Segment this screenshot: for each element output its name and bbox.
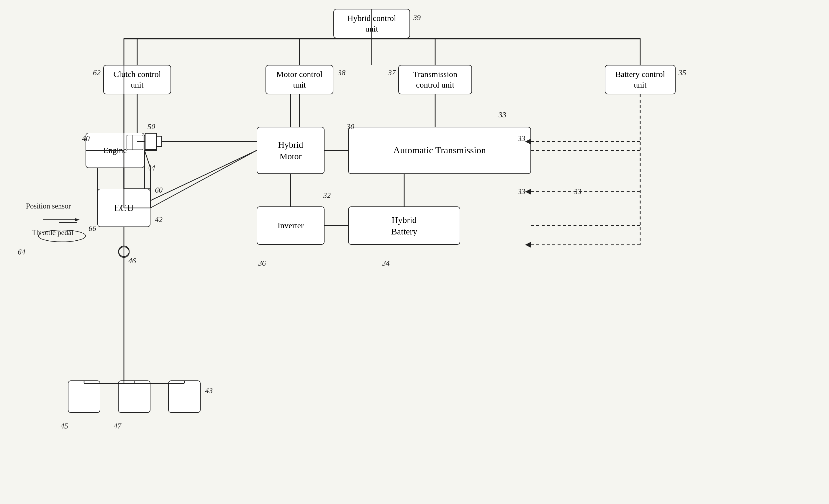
hybrid-control-unit-label: Hybrid controlunit — [347, 13, 396, 35]
wheel2-box — [118, 380, 150, 413]
svg-point-34 — [119, 247, 129, 258]
clutch-control-unit-box: Clutch controlunit — [103, 65, 171, 94]
diagram: Hybrid controlunit Clutch controlunit Mo… — [0, 0, 829, 504]
hybrid-motor-box: HybridMotor — [257, 127, 325, 174]
wheel1-box — [68, 380, 100, 413]
automatic-transmission-label: Automatic Transmission — [393, 144, 486, 157]
motor-control-unit-box: Motor controlunit — [265, 65, 333, 94]
number-39: 39 — [413, 13, 421, 22]
hybrid-battery-box: HybridBattery — [348, 206, 460, 245]
number-66: 66 — [88, 224, 96, 233]
motor-control-unit-label: Motor controlunit — [277, 69, 322, 90]
inverter-box: Inverter — [257, 206, 325, 245]
number-37: 37 — [388, 68, 396, 77]
number-35: 35 — [679, 68, 686, 77]
ecu-box: ECU — [97, 189, 150, 227]
engine-label: Engine — [103, 145, 127, 156]
hybrid-motor-label: HybridMotor — [278, 139, 303, 162]
clutch-control-unit-label: Clutch controlunit — [114, 69, 161, 90]
automatic-transmission-box: Automatic Transmission — [348, 127, 531, 174]
svg-line-15 — [150, 150, 257, 200]
svg-rect-49 — [145, 133, 156, 150]
svg-marker-75 — [525, 189, 531, 195]
number-36: 36 — [258, 259, 266, 268]
number-47: 47 — [114, 422, 121, 431]
number-33c: 33 — [574, 187, 581, 196]
transmission-control-unit-box: Transmissioncontrol unit — [398, 65, 472, 94]
engine-box: Engine — [85, 133, 145, 168]
number-40: 40 — [82, 134, 90, 143]
number-50: 50 — [147, 122, 155, 131]
number-34: 34 — [382, 259, 390, 268]
number-33a: 33 — [518, 134, 526, 143]
svg-marker-78 — [75, 218, 80, 221]
wheel3-box — [168, 380, 201, 413]
transmission-control-unit-label: Transmissioncontrol unit — [413, 69, 457, 90]
number-33d: 33 — [499, 111, 506, 119]
number-44: 44 — [147, 164, 155, 172]
number-46: 46 — [128, 257, 136, 265]
number-64: 64 — [18, 248, 25, 257]
battery-control-unit-box: Battery controlunit — [605, 65, 676, 94]
svg-rect-50 — [156, 136, 162, 147]
svg-line-59 — [150, 150, 257, 208]
battery-control-unit-label: Battery controlunit — [615, 69, 665, 90]
throttle-pedal-label: Throttle pedal — [32, 229, 73, 237]
svg-marker-76 — [525, 242, 531, 248]
ecu-label: ECU — [114, 201, 134, 215]
number-45: 45 — [61, 422, 68, 431]
svg-rect-37 — [150, 135, 156, 150]
number-33b: 33 — [518, 187, 526, 196]
number-43: 43 — [205, 386, 213, 395]
number-42: 42 — [155, 215, 163, 224]
number-30: 30 — [347, 122, 354, 131]
hybrid-battery-label: HybridBattery — [391, 214, 417, 237]
inverter-label: Inverter — [278, 220, 304, 231]
number-62: 62 — [93, 68, 101, 77]
number-38: 38 — [338, 68, 346, 77]
position-sensor-label: Position sensor — [26, 202, 71, 210]
svg-point-61 — [119, 246, 129, 257]
number-60: 60 — [155, 186, 163, 195]
hybrid-control-unit-box: Hybrid controlunit — [333, 9, 410, 38]
number-32: 32 — [323, 191, 331, 200]
